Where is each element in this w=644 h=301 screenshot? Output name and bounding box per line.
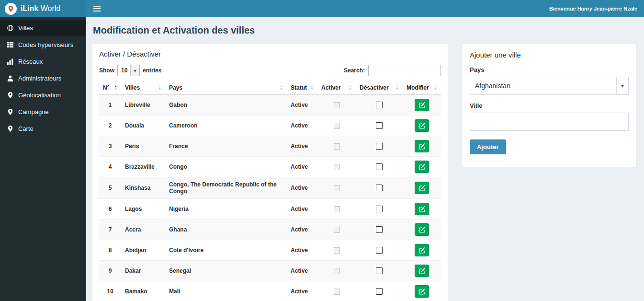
sidebar-item-codes-hyperviseurs[interactable]: Codes hyperviseurs (0, 36, 86, 53)
column-header-activer[interactable]: Activer▲▼ (317, 81, 356, 95)
cell-ville: Libreville (121, 95, 165, 116)
sidebar-menu: VillesCodes hyperviseursRéseauxAdministr… (0, 20, 86, 137)
column-label: Pays (169, 84, 182, 91)
desactiver-checkbox[interactable] (376, 185, 383, 191)
column-header-n[interactable]: N°▲▼ (99, 81, 121, 95)
sort-icon: ▲▼ (310, 85, 314, 91)
table-row: 7AccraGhanaActive (99, 220, 441, 240)
cell-ville: Paris (121, 136, 165, 157)
column-label: Activer (321, 84, 341, 91)
modifier-button[interactable] (415, 244, 429, 256)
modifier-button[interactable] (415, 161, 429, 173)
edit-icon (419, 247, 425, 254)
activer-checkbox (334, 206, 340, 212)
modifier-button[interactable] (415, 203, 429, 215)
cell-statut: Active (287, 281, 317, 301)
cell-pays: Congo (165, 157, 287, 177)
column-header-statut[interactable]: Statut▲▼ (287, 81, 317, 95)
table-row: 9DakarSenegalActive (99, 261, 441, 281)
column-label: Statut (291, 84, 307, 91)
cell-pays: Nigeria (165, 199, 287, 220)
brand-title: iLink World (21, 4, 60, 13)
modifier-button[interactable] (415, 99, 429, 111)
ville-input[interactable] (470, 113, 629, 131)
cell-num: 2 (99, 116, 121, 136)
page-title: Modification et Activation des villes (93, 25, 637, 36)
sort-icon: ▲▼ (114, 85, 117, 91)
cell-pays: Gabon (165, 95, 287, 116)
column-label: Villes (125, 84, 140, 91)
modifier-button[interactable] (415, 119, 429, 132)
edit-icon (419, 123, 425, 129)
sidebar-item-carte[interactable]: Carte (0, 120, 86, 137)
column-header-pays[interactable]: Pays▲▼ (165, 81, 287, 95)
cell-ville: Kinshasa (121, 177, 165, 199)
show-label: Show (99, 67, 114, 74)
edit-icon (419, 289, 425, 295)
activer-checkbox (334, 289, 340, 295)
pays-label: Pays (470, 66, 629, 73)
activer-checkbox (334, 143, 340, 150)
column-header-desactiver[interactable]: Désactiver▲▼ (356, 81, 403, 95)
ajouter-button[interactable]: Ajouter (470, 139, 506, 154)
page-length-select[interactable]: 10 (117, 65, 140, 76)
activer-checkbox (334, 247, 340, 254)
sidebar-item-campagne[interactable]: Campagne (0, 104, 86, 120)
search-input[interactable] (368, 65, 441, 76)
sidebar-item-reseaux[interactable]: Réseaux (0, 53, 86, 70)
activer-checkbox (334, 102, 340, 108)
cell-num: 8 (99, 240, 121, 261)
table-row: 3ParisFranceActive (99, 136, 441, 157)
cell-num: 6 (99, 199, 121, 220)
cell-ville: Brazzaville (121, 157, 165, 177)
sidebar-item-label: Réseaux (18, 58, 43, 65)
brand[interactable]: iLink World (0, 0, 86, 17)
hamburger-icon (93, 6, 101, 12)
th-list-icon (7, 41, 14, 48)
edit-icon (419, 268, 425, 274)
cell-pays: France (165, 136, 287, 157)
desactiver-checkbox[interactable] (376, 206, 383, 212)
desactiver-checkbox[interactable] (376, 122, 383, 129)
column-header-villes[interactable]: Villes▲▼ (121, 81, 165, 95)
table-row: 5KinshasaCongo, The Democratic Republic … (99, 177, 441, 199)
cell-statut: Active (287, 95, 317, 116)
cell-num: 3 (99, 136, 121, 157)
modifier-button[interactable] (415, 182, 429, 194)
cell-pays: Senegal (165, 261, 287, 281)
sidebar-item-administrateurs[interactable]: Administrateurs (0, 70, 86, 87)
cell-statut: Active (287, 240, 317, 261)
desactiver-checkbox[interactable] (376, 267, 383, 274)
modifier-button[interactable] (415, 265, 429, 277)
entries-label: entries (143, 67, 161, 74)
villes-table: N°▲▼Villes▲▼Pays▲▼Statut▲▼Activer▲▼Désac… (99, 81, 441, 301)
desactiver-checkbox[interactable] (376, 143, 383, 150)
sidebar-item-geolocalisation[interactable]: Géolocalisation (0, 87, 86, 104)
pays-select[interactable]: Afghanistan (470, 77, 629, 95)
cell-ville: Douala (121, 116, 165, 136)
modifier-button[interactable] (415, 223, 429, 236)
sort-icon: ▲▼ (395, 85, 399, 91)
cell-statut: Active (287, 136, 317, 157)
cell-pays: Congo, The Democratic Republic of the Co… (165, 177, 287, 199)
edit-icon (419, 102, 425, 108)
desactiver-checkbox[interactable] (376, 163, 383, 170)
desactiver-checkbox[interactable] (376, 226, 383, 233)
desactiver-checkbox[interactable] (376, 288, 383, 295)
edit-icon (419, 185, 425, 191)
modifier-button[interactable] (415, 285, 429, 298)
desactiver-checkbox[interactable] (376, 247, 383, 254)
sidebar-toggle-button[interactable] (86, 0, 107, 17)
cell-statut: Active (287, 157, 317, 177)
column-header-modifier[interactable]: Modifier▲▼ (403, 81, 441, 95)
table-row: 8AbidjanCote d'IvoireActive (99, 240, 441, 261)
column-label: Modifier (407, 84, 429, 91)
map-marker-icon (7, 92, 14, 99)
sidebar-item-villes[interactable]: Villes (0, 20, 86, 36)
modifier-button[interactable] (415, 140, 429, 152)
map-marker-icon (7, 108, 14, 116)
cell-statut: Active (287, 199, 317, 220)
cell-pays: Mali (165, 281, 287, 301)
desactiver-checkbox[interactable] (376, 102, 383, 108)
add-ville-panel: Ajouter une ville Pays Afghanistan Ville… (462, 44, 637, 167)
